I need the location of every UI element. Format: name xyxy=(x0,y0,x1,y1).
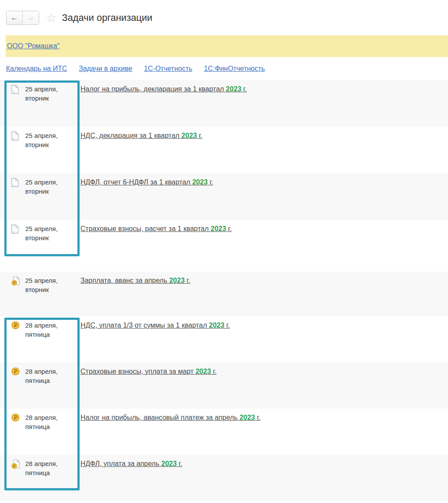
task-row: 28 апреля,пятница Налог на прибыль, аван… xyxy=(0,409,448,455)
page-title: Задачи организации xyxy=(62,12,152,23)
ruble-coin-icon xyxy=(11,367,20,377)
task-year: 2023 xyxy=(195,368,211,375)
report-document-icon xyxy=(11,225,20,235)
task-year: 2023 xyxy=(226,85,241,93)
report-document-icon xyxy=(11,85,20,96)
task-row: 28 апреля,пятница НДС, уплата 1/3 от сум… xyxy=(0,316,448,362)
organization-link[interactable]: ООО "Ромашка" xyxy=(7,42,60,50)
report-document-icon xyxy=(11,131,20,142)
task-year: 2023 xyxy=(209,322,224,329)
report-document-icon xyxy=(11,178,20,189)
task-row: 25 апреля,вторник Зарплата, аванс за апр… xyxy=(0,272,448,316)
task-date: 28 апреля,пятница xyxy=(25,367,63,385)
group-separator xyxy=(0,266,448,272)
link-archived-tasks[interactable]: Задачи в архиве xyxy=(79,65,132,73)
favorite-star-icon[interactable]: ☆ xyxy=(46,12,57,24)
task-list: 25 апреля,вторник Налог на прибыль, декл… xyxy=(0,80,448,501)
ruble-coin-icon xyxy=(11,413,20,423)
task-year: 2023 xyxy=(161,460,177,467)
ruble-coin-icon xyxy=(11,321,20,331)
task-link[interactable]: Страховые взносы, уплата за март 2023 г. xyxy=(80,367,217,376)
document-ruble-icon xyxy=(11,459,20,471)
task-link[interactable]: НДС, декларация за 1 квартал 2023 г. xyxy=(80,131,202,140)
task-link[interactable]: Налог на прибыль, декларация за 1 кварта… xyxy=(80,84,247,94)
link-1c-reporting[interactable]: 1С-Отчетность xyxy=(144,65,192,73)
link-calendar-its[interactable]: Календарь на ИТС xyxy=(6,65,67,73)
task-row: 25 апреля,вторник НДС, декларация за 1 к… xyxy=(0,127,448,173)
task-year: 2023 xyxy=(192,178,208,186)
task-year: 2023 xyxy=(211,225,226,232)
task-date: 28 апреля,пятница xyxy=(25,321,63,339)
task-link[interactable]: НДФЛ, уплата за апрель 2023 г. xyxy=(80,459,182,468)
task-date: 28 апреля,пятница xyxy=(25,459,63,477)
task-link[interactable]: НДС, уплата 1/3 от суммы за 1 квартал 20… xyxy=(80,321,230,330)
task-row: 28 апреля,пятница НДФЛ, уплата за апрель… xyxy=(0,455,448,501)
task-row: 25 апреля,вторник Страховые взносы, расч… xyxy=(0,220,448,266)
task-date: 25 апреля,вторник xyxy=(25,178,63,196)
task-year: 2023 xyxy=(181,132,197,139)
window-header: ← → ☆ Задачи организации xyxy=(0,0,448,28)
task-link[interactable]: Зарплата, аванс за апрель 2023 г. xyxy=(80,276,190,285)
task-link[interactable]: НДФЛ, отчет 6-НДФЛ за 1 квартал 2023 г. xyxy=(80,178,213,187)
back-button[interactable]: ← xyxy=(7,11,23,24)
service-links-row: Календарь на ИТС Задачи в архиве 1С-Отче… xyxy=(0,57,448,80)
history-nav-group: ← → xyxy=(6,11,39,25)
organization-bar: ООО "Ромашка" xyxy=(6,35,448,57)
forward-button[interactable]: → xyxy=(23,11,39,24)
task-date: 25 апреля,вторник xyxy=(25,131,63,149)
task-row: 25 апреля,вторник Налог на прибыль, декл… xyxy=(0,80,448,127)
link-1c-finreporting[interactable]: 1С:ФинОтчетность xyxy=(204,65,265,73)
task-row: 28 апреля,пятница Страховые взносы, упла… xyxy=(0,362,448,409)
task-date: 25 апреля,вторник xyxy=(25,224,63,242)
task-year: 2023 xyxy=(169,277,185,284)
task-link[interactable]: Страховые взносы, расчет за 1 квартал 20… xyxy=(80,224,232,233)
document-ruble-icon xyxy=(11,276,20,288)
task-row: 25 апреля,вторник НДФЛ, отчет 6-НДФЛ за … xyxy=(0,173,448,220)
task-year: 2023 xyxy=(240,414,255,421)
task-date: 25 апреля,вторник xyxy=(25,276,63,294)
task-date: 28 апреля,пятница xyxy=(25,413,63,431)
task-date: 25 апреля,вторник xyxy=(25,84,63,103)
task-link[interactable]: Налог на прибыль, авансовый платеж за ап… xyxy=(80,413,261,422)
